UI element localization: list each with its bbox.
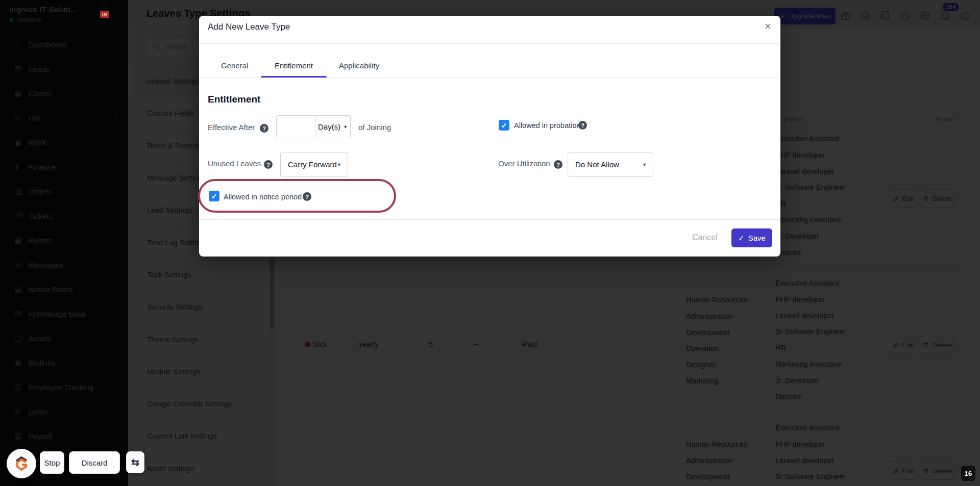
tab-entitlement[interactable]: Entitlement — [275, 61, 313, 70]
modal-title: Add New Leave Type — [208, 22, 290, 32]
add-leave-type-modal: Add New Leave Type × General Entitlement… — [199, 16, 780, 257]
app-root: Ingress IT Soluti... Vandana ⌂ Dashboard… — [0, 0, 980, 486]
probation-label: Allowed in probation — [514, 121, 581, 130]
caret-down-icon: ▼ — [337, 162, 341, 167]
unused-leaves-label: Unused Leaves — [208, 159, 261, 168]
help-icon[interactable]: ? — [578, 121, 587, 130]
section-title: Entitlement — [208, 94, 260, 105]
discard-label: Discard — [82, 458, 108, 467]
help-icon[interactable]: ? — [264, 160, 273, 169]
recording-indicator-badge: IN — [100, 11, 109, 18]
stop-label: Stop — [44, 458, 60, 467]
stop-recording-button[interactable]: Stop — [40, 451, 64, 474]
notice-period-checkbox[interactable]: ✓ — [209, 191, 219, 201]
save-button[interactable]: ✓ Save — [731, 228, 772, 247]
corner-count-badge: 16 — [961, 466, 975, 481]
check-icon: ✓ — [738, 234, 745, 243]
caret-down-icon: ▼ — [642, 162, 647, 167]
caret-down-icon: ▼ — [343, 124, 348, 130]
check-icon: ✓ — [211, 192, 217, 200]
help-icon[interactable]: ? — [303, 192, 311, 201]
days-unit-value: Day(s) — [318, 122, 340, 131]
over-utilization-select[interactable]: Do Not Allow ▼ — [568, 152, 653, 177]
recorder-logo-button[interactable] — [7, 449, 36, 478]
effective-after-group: Day(s) ▼ — [276, 115, 351, 138]
cancel-button[interactable]: Cancel — [692, 233, 718, 242]
swap-arrows-button[interactable]: ⇆ — [126, 451, 144, 473]
modal-header-divider — [199, 43, 780, 44]
modal-footer-divider — [199, 219, 780, 220]
help-icon[interactable]: ? — [554, 160, 562, 169]
days-unit-select[interactable]: Day(s) ▼ — [315, 115, 351, 138]
tab-general[interactable]: General — [221, 61, 248, 70]
notice-period-label: Allowed in notice period — [224, 193, 302, 201]
unused-leaves-select[interactable]: Carry Forward ▼ — [280, 152, 348, 177]
swap-arrows-icon: ⇆ — [131, 456, 139, 468]
close-icon[interactable]: × — [765, 20, 771, 33]
tabbar-divider — [199, 78, 780, 78]
of-joining-label: of Joining — [358, 123, 391, 132]
discard-recording-button[interactable]: Discard — [69, 451, 120, 474]
effective-after-input[interactable] — [276, 115, 315, 138]
check-icon: ✓ — [501, 121, 507, 130]
help-icon[interactable]: ? — [260, 124, 268, 133]
over-utilization-value: Do Not Allow — [575, 160, 619, 169]
recorder-logo-icon — [12, 454, 31, 473]
tab-applicability[interactable]: Applicability — [339, 61, 379, 70]
unused-leaves-value: Carry Forward — [288, 160, 337, 169]
save-label: Save — [748, 234, 766, 242]
over-utilization-label: Over Utilization — [498, 159, 550, 168]
effective-after-label: Effective After — [208, 123, 255, 132]
probation-checkbox[interactable]: ✓ — [499, 120, 509, 131]
